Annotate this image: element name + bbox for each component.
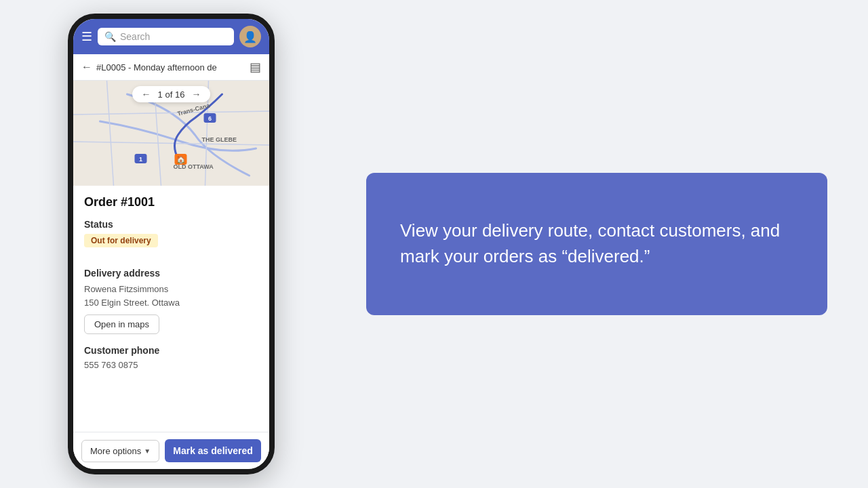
svg-text:1: 1 — [139, 156, 142, 163]
status-label: Status — [84, 219, 258, 230]
breadcrumb-title: #L0005 - Monday afternoon de — [96, 62, 217, 73]
delivery-address-label: Delivery address — [84, 268, 258, 279]
order-title: Order #1001 — [84, 195, 258, 209]
order-content: Order #1001 Status Out for delivery Deli… — [73, 186, 269, 432]
avatar[interactable]: 👤 — [239, 26, 261, 47]
address-line: 150 Elgin Street. Ottawa — [84, 296, 258, 310]
svg-text:🏠: 🏠 — [176, 155, 186, 164]
info-panel: View your delivery route, contact custom… — [366, 173, 827, 315]
more-options-button[interactable]: More options ▼ — [81, 440, 159, 462]
topbar: ☰ 🔍 Search 👤 — [73, 19, 269, 54]
delivery-address-section: Delivery address Rowena Fitzsimmons 150 … — [84, 268, 258, 334]
breadcrumb-bar: ← #L0005 - Monday afternoon de ▤ — [73, 54, 269, 81]
back-arrow-icon[interactable]: ← — [81, 61, 92, 73]
dropdown-arrow-icon: ▼ — [144, 447, 151, 455]
phone-mockup: ☰ 🔍 Search 👤 ← #L0005 - Monday afternoon… — [68, 14, 275, 474]
status-badge: Out for delivery — [84, 234, 158, 247]
svg-text:6: 6 — [208, 115, 212, 122]
search-placeholder: Search — [120, 31, 150, 42]
search-icon: 🔍 — [104, 31, 116, 42]
map-area: ← 1 of 16 → Trans-Cana THE GL — [73, 81, 269, 186]
hamburger-icon[interactable]: ☰ — [81, 29, 92, 44]
status-section: Status Out for delivery — [84, 219, 258, 257]
customer-phone-section: Customer phone 555 763 0875 — [84, 345, 258, 370]
customer-name: Rowena Fitzsimmons — [84, 283, 258, 296]
more-options-label: More options — [90, 446, 141, 456]
mark-delivered-button[interactable]: Mark as delivered — [165, 439, 261, 462]
info-panel-text: View your delivery route, contact custom… — [400, 218, 793, 269]
list-view-icon[interactable]: ▤ — [250, 60, 261, 75]
page-indicator: 1 of 16 — [158, 89, 185, 100]
next-page-button[interactable]: → — [189, 89, 203, 100]
phone-number: 555 763 0875 — [84, 360, 258, 370]
customer-phone-label: Customer phone — [84, 345, 258, 356]
prev-page-button[interactable]: ← — [139, 89, 154, 100]
search-bar[interactable]: 🔍 Search — [98, 28, 234, 45]
pagination-controls: ← 1 of 16 → — [132, 86, 211, 102]
map-label-theglebe: THE GLEBE — [202, 136, 237, 143]
breadcrumb-left: ← #L0005 - Monday afternoon de — [81, 61, 217, 73]
open-maps-button[interactable]: Open in maps — [84, 314, 159, 334]
page-wrapper: ☰ 🔍 Search 👤 ← #L0005 - Monday afternoon… — [0, 0, 868, 488]
phone-footer: More options ▼ Mark as delivered — [73, 432, 269, 469]
